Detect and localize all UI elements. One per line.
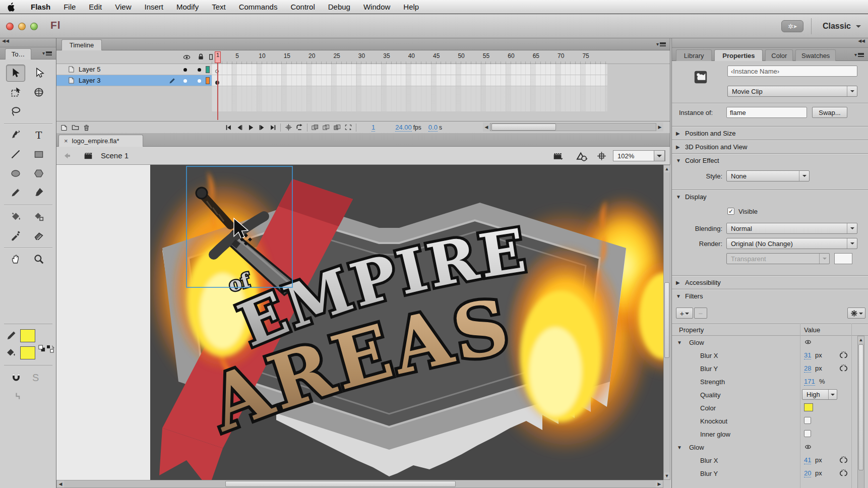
filter-row[interactable]: Strength171 % bbox=[672, 375, 857, 388]
zoom-window-button[interactable] bbox=[30, 23, 38, 30]
stage-vscroll-thumb[interactable] bbox=[664, 282, 669, 358]
add-filter-button[interactable]: + bbox=[676, 308, 693, 319]
stage-canvas[interactable]: EMPIRE of AREAS bbox=[56, 165, 663, 480]
lasso-tool[interactable] bbox=[6, 103, 25, 120]
workspace-switcher-icon[interactable]: ✲➤ bbox=[781, 20, 803, 32]
filter-row[interactable]: Knockout bbox=[672, 414, 857, 428]
menu-commands[interactable]: Commands bbox=[232, 0, 284, 14]
filters-scroll-thumb[interactable] bbox=[858, 344, 863, 470]
layer-row-layer-5[interactable]: Layer 5 bbox=[56, 64, 212, 75]
filter-row[interactable]: ▼Glow bbox=[672, 441, 857, 454]
playhead-frame-indicator[interactable]: 1 bbox=[215, 51, 221, 63]
stage-scroll-up-arrow[interactable]: ▲ bbox=[664, 165, 670, 172]
paint-bucket-tool[interactable] bbox=[6, 208, 25, 225]
filter-row[interactable]: Color bbox=[672, 401, 857, 414]
go-to-first-frame-button[interactable] bbox=[223, 123, 234, 133]
symbol-type-dropdown[interactable]: Movie Clip bbox=[727, 86, 857, 97]
menu-insert[interactable]: Insert bbox=[138, 0, 170, 14]
new-folder-button[interactable] bbox=[70, 123, 81, 133]
step-forward-button[interactable] bbox=[256, 123, 267, 133]
link-values-icon[interactable] bbox=[839, 456, 848, 464]
modify-markers-button[interactable] bbox=[343, 123, 354, 133]
zoom-dropdown-arrow[interactable] bbox=[654, 150, 665, 161]
tab-library[interactable]: Library bbox=[676, 49, 712, 61]
playhead-line[interactable] bbox=[217, 63, 218, 120]
filter-value-field[interactable]: 20 bbox=[804, 469, 811, 477]
delete-layer-button[interactable] bbox=[81, 123, 92, 133]
new-layer-button[interactable] bbox=[58, 123, 70, 133]
3d-rotation-tool[interactable] bbox=[29, 84, 48, 101]
timeline-scroll-right-arrow[interactable]: ▶ bbox=[656, 123, 663, 132]
zoom-level-value[interactable]: 102% bbox=[617, 152, 634, 160]
filter-row[interactable]: Blur Y28 px bbox=[672, 362, 857, 375]
section-display[interactable]: ▼Display bbox=[672, 190, 868, 203]
layer-outline-color-swatch[interactable] bbox=[206, 77, 210, 84]
center-frame-button[interactable] bbox=[283, 123, 294, 133]
workspace-switcher[interactable]: Classic bbox=[823, 22, 851, 31]
dock-collapse-icon[interactable]: ◀◀ bbox=[672, 38, 868, 48]
stroke-color-swatch[interactable] bbox=[20, 329, 35, 342]
menu-flash[interactable]: Flash bbox=[24, 0, 57, 14]
stage-area[interactable]: EMPIRE of AREAS ▲ ▼ bbox=[56, 165, 670, 488]
back-arrow-icon[interactable] bbox=[63, 152, 72, 160]
go-to-last-frame-button[interactable] bbox=[267, 123, 278, 133]
filter-enabled-eye-icon[interactable] bbox=[804, 444, 812, 450]
filter-value-field[interactable]: 31 bbox=[804, 351, 811, 359]
text-tool[interactable]: T bbox=[29, 127, 48, 144]
tools-collapse-icon[interactable]: ◀◀ bbox=[0, 38, 56, 47]
menu-file[interactable]: File bbox=[57, 0, 82, 14]
blending-dropdown[interactable]: Normal bbox=[726, 223, 857, 234]
timeline-scrollbar[interactable] bbox=[490, 123, 656, 131]
oval-tool[interactable] bbox=[6, 165, 25, 182]
swap-colors-icon[interactable] bbox=[46, 345, 54, 353]
onion-skin-button[interactable] bbox=[309, 123, 321, 133]
instance-name-input[interactable] bbox=[727, 66, 857, 77]
filter-row[interactable]: Inner glow bbox=[672, 428, 857, 441]
style-dropdown[interactable]: None bbox=[726, 170, 810, 181]
render-dropdown[interactable]: Original (No Change) bbox=[726, 238, 857, 249]
filter-row[interactable]: Blur X31 px bbox=[672, 349, 857, 362]
menu-debug[interactable]: Debug bbox=[322, 0, 357, 14]
minimize-window-button[interactable] bbox=[18, 23, 26, 30]
close-document-icon[interactable]: × bbox=[64, 137, 68, 145]
eraser-tool[interactable] bbox=[29, 227, 48, 244]
filter-group-name[interactable]: Glow bbox=[689, 444, 704, 451]
free-transform-tool[interactable] bbox=[6, 84, 25, 101]
properties-panel-menu-icon[interactable]: ▾ bbox=[854, 52, 864, 57]
stage-scroll-left-arrow[interactable]: ◀ bbox=[57, 480, 64, 487]
layer-frames-1[interactable] bbox=[212, 75, 607, 86]
layer-frames-0[interactable] bbox=[212, 64, 607, 75]
section-position-and-size[interactable]: ▶Position and Size bbox=[672, 126, 868, 140]
brush-tool[interactable] bbox=[29, 184, 48, 201]
timeline-panel-menu-icon[interactable]: ▾ bbox=[656, 41, 666, 47]
link-values-icon[interactable] bbox=[839, 364, 848, 373]
close-window-button[interactable] bbox=[6, 23, 14, 30]
edit-multiple-frames-button[interactable] bbox=[332, 123, 343, 133]
link-values-icon[interactable] bbox=[839, 469, 848, 477]
onion-skin-outlines-button[interactable] bbox=[321, 123, 332, 133]
filter-color-swatch[interactable] bbox=[804, 403, 813, 411]
tab-color[interactable]: Color bbox=[765, 49, 793, 61]
layer-name[interactable]: Layer 5 bbox=[79, 66, 100, 73]
window-titlebar[interactable]: Fl ✲➤ Classic bbox=[0, 14, 868, 38]
pencil-tool[interactable] bbox=[6, 184, 25, 201]
filters-scroll-up-arrow[interactable]: ▲ bbox=[858, 336, 864, 343]
scene-name[interactable]: Scene 1 bbox=[101, 151, 129, 160]
menu-window[interactable]: Window bbox=[357, 0, 397, 14]
filter-row[interactable]: Blur X41 px bbox=[672, 454, 857, 467]
section-color-effect[interactable]: ▼Color Effect bbox=[672, 153, 868, 167]
ink-bottle-tool[interactable] bbox=[29, 208, 48, 225]
lock-layers-icon[interactable] bbox=[197, 52, 205, 61]
polystar-tool[interactable] bbox=[29, 165, 48, 182]
fill-color-swatch[interactable] bbox=[20, 346, 35, 359]
visible-checkbox[interactable]: ✓ bbox=[727, 208, 734, 215]
menu-view[interactable]: View bbox=[108, 0, 138, 14]
timeline-scrollbar-thumb[interactable] bbox=[491, 124, 556, 131]
line-tool[interactable] bbox=[6, 146, 25, 163]
layer-outline-color-swatch[interactable] bbox=[206, 66, 210, 73]
stage-vertical-scrollbar[interactable]: ▲ ▼ bbox=[663, 165, 670, 480]
subselection-tool[interactable] bbox=[29, 65, 48, 82]
edit-scene-icon[interactable] bbox=[553, 152, 565, 161]
document-tab[interactable]: × logo_empire.fla* bbox=[58, 135, 143, 147]
filter-value-field[interactable]: 28 bbox=[804, 364, 811, 373]
